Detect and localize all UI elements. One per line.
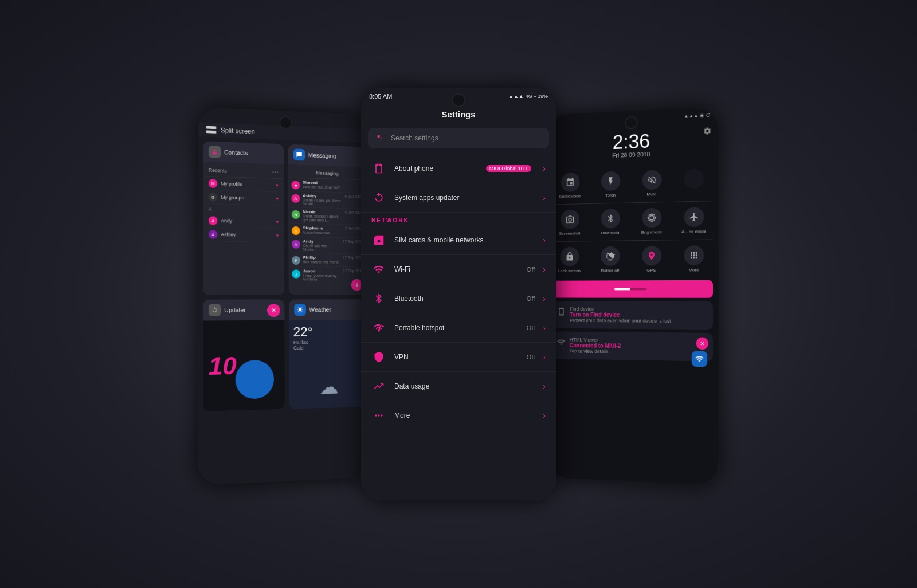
vpn-value: Off (527, 354, 535, 360)
message-item[interactable]: ★ Starred Let's eat out, shall we? (288, 178, 366, 193)
message-item[interactable]: P Phillip little harder, my friend 17 Se… (288, 253, 366, 268)
bottom-apps-row: Updater 10 ✕ Weather (198, 299, 372, 416)
qs-torch[interactable]: Torch (590, 167, 631, 203)
close-button[interactable]: ✕ (267, 304, 280, 317)
rotate-icon (601, 246, 620, 266)
message-item[interactable]: S Stephanie house tomorrow 6 Jun 2018 (288, 224, 366, 238)
gps-label: GPS (647, 268, 656, 273)
data-usage-icon (371, 379, 386, 394)
settings-item-bluetooth[interactable]: Bluetooth Off › (361, 284, 556, 313)
notif2-body: Tap to view details. (569, 348, 706, 356)
qs-empty (673, 164, 715, 201)
torch-icon (601, 171, 620, 191)
message-item[interactable]: A Ashley Great! I'll see you there. Nico… (288, 191, 366, 209)
media-bar[interactable] (551, 280, 713, 298)
contact-item[interactable]: M My profile ♥ (205, 177, 282, 192)
screenshot-icon (561, 210, 579, 229)
rotate-label: Rotate off (601, 268, 619, 273)
demomode-label: DemoMode (559, 194, 581, 199)
hotspot-value: Off (527, 324, 535, 331)
right-time-area: 2:36 Fri 28 09 2018 (547, 123, 719, 170)
sim-icon: ▪ (534, 93, 536, 99)
heart-icon: ♥ (276, 219, 279, 225)
search-bar[interactable]: Search settings (368, 128, 549, 148)
weather-visual: ☁ (293, 350, 364, 409)
phone-left: Split screen Contacts Recents ⋯ (198, 107, 373, 485)
weather-icon (294, 304, 306, 316)
weather-card[interactable]: Weather 22° Halifax Gale ☁ (289, 299, 368, 409)
hotspot-label: Portable hotspot (394, 324, 519, 332)
empty-icon (684, 168, 704, 189)
settings-item-hotspot[interactable]: Portable hotspot Off › (361, 313, 556, 343)
chevron-icon: › (543, 411, 546, 420)
messaging-card[interactable]: Messaging Messaging ★ Starred Let's eat … (288, 144, 367, 295)
sim-settings-icon (371, 233, 386, 248)
more-label: More (394, 411, 535, 420)
apps-grid: Contacts Recents ⋯ M My profile ♥ (198, 136, 371, 299)
chevron-icon: › (543, 193, 546, 202)
mute-icon (642, 170, 661, 190)
updater-card[interactable]: Updater 10 ✕ (203, 300, 285, 411)
message-item[interactable]: A Andy Ok, I'll talk with Nicole... 17 S… (288, 237, 366, 254)
settings-item-vpn[interactable]: VPN Off › (361, 343, 556, 372)
contacts-card[interactable]: Contacts Recents ⋯ M My profile ♥ (203, 141, 284, 295)
aeroplane-label: A…ne mode (681, 229, 706, 234)
wifi-notif-icon (557, 338, 566, 347)
bluetooth-label: Bluetooth (394, 295, 519, 303)
settings-item-more[interactable]: More › (361, 401, 556, 430)
brightness-icon (642, 208, 661, 228)
gear-icon[interactable] (703, 127, 712, 136)
notif-close-button[interactable]: ✕ (696, 337, 709, 350)
wifi-fab[interactable] (692, 351, 707, 367)
notification-html-viewer[interactable]: HTML Viewer Connected to MIUI-2 Tap to v… (551, 331, 713, 361)
chevron-icon: › (543, 236, 546, 245)
left-notch (279, 116, 292, 130)
qs-gps[interactable]: GPS (630, 241, 672, 277)
split-screen-icon (206, 126, 216, 134)
miui-badge: MIUI Global 10.1 (486, 165, 532, 172)
status-icons: ▲▲▲ 4G ▪ 39% (508, 93, 548, 99)
qs-bluetooth[interactable]: Bluetooth (590, 204, 631, 240)
settings-item-updater[interactable]: System apps updater › (361, 183, 556, 213)
sim-label: SIM cards & mobile networks (394, 236, 535, 244)
avatar: A (291, 194, 300, 203)
chevron-icon: › (543, 294, 546, 303)
battery: 39% (538, 93, 548, 99)
weather-title: Weather (309, 307, 331, 313)
qs-mute[interactable]: Mute (631, 165, 673, 201)
quick-settings-grid-1: DemoMode Torch Mute (547, 164, 719, 203)
search-placeholder: Search settings (391, 134, 438, 142)
contact-item[interactable]: A Ashley ♥ (205, 228, 282, 242)
avatar: G (209, 193, 218, 202)
notification-find-device[interactable]: Find device Turn on Find device Protect … (551, 301, 713, 330)
avatar: A (209, 216, 218, 225)
contact-item[interactable]: A Andy ♥ (205, 214, 282, 229)
qs-demomode[interactable]: DemoMode (550, 168, 590, 203)
settings-item-about[interactable]: About phone MIUI Global 10.1 › (361, 154, 556, 183)
chevron-icon: › (543, 265, 546, 274)
settings-item-wifi[interactable]: Wi-Fi Off › (361, 255, 556, 284)
phones-container: Split screen Contacts Recents ⋯ (86, 36, 831, 552)
qs-aeroplane[interactable]: A…ne mode (672, 202, 715, 238)
qs-brightness[interactable]: Brightness (630, 203, 672, 240)
settings-item-sim[interactable]: SIM cards & mobile networks › (361, 226, 556, 255)
lockscreen-icon (560, 247, 579, 266)
contact-item[interactable]: G My groups ♥ (205, 190, 282, 206)
svg-point-0 (214, 150, 216, 152)
more-qs-icon (684, 245, 704, 265)
weather-location: Halifax Gale (293, 339, 363, 350)
brightness-label: Brightness (641, 230, 662, 235)
settings-item-data[interactable]: Data usage › (361, 372, 556, 401)
avatar: A (292, 240, 300, 248)
message-item[interactable]: N Nicole Great, thanks! I didn't get pai… (288, 207, 366, 225)
qs-rotate[interactable]: Rotate off (590, 242, 631, 277)
lockscreen-label: Lock screen (558, 268, 581, 273)
qs-more[interactable]: More (672, 241, 715, 277)
phone-right: ▲▲▲ ◉ ⏱ 2:36 Fri 28 09 2018 (544, 107, 719, 485)
vpn-label: VPN (394, 353, 519, 361)
demomode-icon (561, 173, 579, 192)
contacts-icon (209, 146, 221, 158)
more-qs-label: More (689, 268, 699, 273)
chevron-icon: › (543, 323, 546, 332)
chevron-icon: › (543, 382, 546, 391)
